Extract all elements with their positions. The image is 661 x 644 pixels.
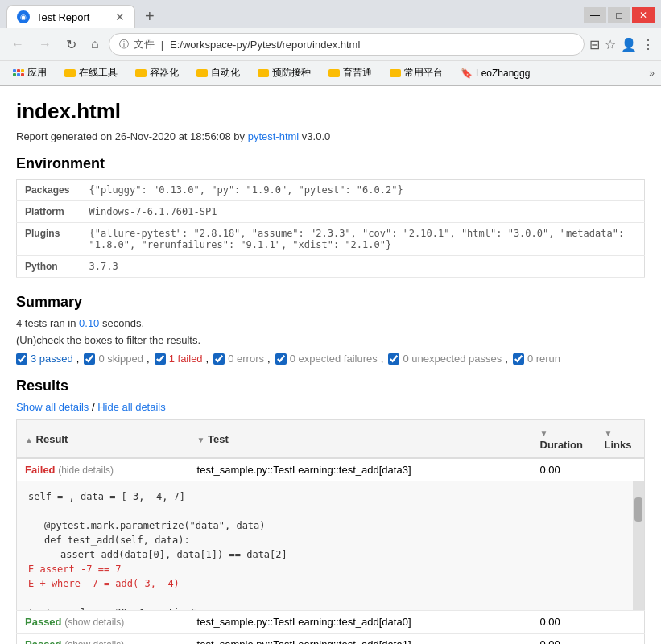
bookmark-hard-work[interactable]: 育苦通 bbox=[322, 64, 378, 81]
checkbox-xpassed[interactable] bbox=[388, 353, 399, 365]
detail-toggle-link[interactable]: (show details) bbox=[64, 617, 124, 628]
bookmark-leozhangg-label: LeoZhanggg bbox=[476, 68, 530, 79]
code-line: @pytest.mark.parametrize("data", data) bbox=[28, 518, 633, 533]
check-label-xfailed: 0 expected failures bbox=[290, 353, 378, 365]
table-row: Failed (hide details) test_sample.py::Te… bbox=[17, 458, 645, 481]
leozhangg-icon: 🔖 bbox=[461, 68, 473, 79]
tab-close-button[interactable]: ✕ bbox=[115, 10, 125, 23]
links-value bbox=[597, 458, 645, 481]
links-sort-icon: ▼ bbox=[605, 429, 613, 438]
filter-label: (Un)check the boxes to filter the result… bbox=[16, 334, 645, 346]
checkbox-failed[interactable] bbox=[155, 353, 166, 365]
checkbox-errors[interactable] bbox=[213, 353, 225, 365]
code-line: assert add(data[0], data[1]) == data[2] bbox=[28, 547, 633, 562]
test-col-label: Test bbox=[208, 433, 229, 445]
status-label: Passed bbox=[25, 616, 62, 628]
check-failed: 1 failed, bbox=[155, 353, 209, 365]
table-row: Passed (show details) test_sample.py::Te… bbox=[17, 611, 645, 634]
bookmark-folder-icon bbox=[64, 69, 76, 77]
check-label-rerun: 0 rerun bbox=[527, 353, 560, 365]
duration-value: 0.00 bbox=[532, 611, 597, 634]
close-button[interactable]: ✕ bbox=[632, 7, 655, 23]
translate-button[interactable]: ⊟ bbox=[589, 37, 600, 52]
bookmark-automation[interactable]: 自动化 bbox=[190, 64, 246, 81]
show-all-link[interactable]: Show all details bbox=[16, 401, 89, 413]
env-value: {"pluggy": "0.13.0", "py": "1.9.0", "pyt… bbox=[81, 180, 645, 201]
checkbox-rerun[interactable] bbox=[513, 353, 524, 365]
bookmark-hard-work-label: 育苦通 bbox=[343, 66, 372, 80]
duration-suffix: seconds. bbox=[99, 317, 144, 329]
scrollbar[interactable] bbox=[633, 481, 644, 610]
check-passed: 3 passed, bbox=[16, 353, 79, 365]
bookmark-vaccine[interactable]: 预防接种 bbox=[251, 64, 317, 81]
check-xpassed: 0 unexpected passes, bbox=[388, 353, 508, 365]
more-button[interactable]: ⋮ bbox=[642, 37, 655, 52]
profile-button[interactable]: 👤 bbox=[621, 37, 637, 52]
scroll-thumb bbox=[634, 497, 642, 522]
code-block: self = , data = [-3, -4, 7] @pytest.mark… bbox=[17, 481, 644, 610]
check-xfailed: 0 expected failures, bbox=[275, 353, 384, 365]
bookmark-folder-icon-5 bbox=[328, 69, 340, 77]
header-row: ▲ Result▼ Test▼ Duration▼ Links bbox=[17, 420, 645, 459]
env-key: Packages bbox=[17, 180, 81, 201]
minimize-button[interactable]: — bbox=[584, 7, 606, 23]
report-info: Report generated on 26-Nov-2020 at 18:56… bbox=[16, 130, 645, 142]
tab-title: Test Report bbox=[36, 11, 89, 23]
active-tab[interactable]: ◉ Test Report ✕ bbox=[6, 5, 135, 28]
result-sort-icon: ▲ bbox=[25, 436, 33, 444]
address-url: E:/workspace-py/Pytest/report/index.html bbox=[170, 39, 574, 51]
col-header-duration[interactable]: ▼ Duration bbox=[532, 420, 597, 459]
code-line: E + where -7 = add(-3, -4) bbox=[28, 576, 633, 591]
duration-value: 0.00 bbox=[532, 458, 597, 481]
tab-bar: ◉ Test Report ✕ + — □ ✕ bbox=[0, 0, 661, 28]
duration-sort-icon: ▼ bbox=[540, 429, 548, 438]
bookmark-common-platform[interactable]: 常用平台 bbox=[383, 64, 449, 81]
page-title: index.html bbox=[16, 99, 645, 124]
hide-all-link[interactable]: Hide all details bbox=[97, 401, 166, 413]
col-header-result[interactable]: ▲ Result bbox=[17, 420, 189, 459]
checkbox-skipped[interactable] bbox=[84, 353, 95, 365]
bookmark-button[interactable]: ☆ bbox=[605, 37, 616, 52]
col-header-links[interactable]: ▼ Links bbox=[597, 420, 645, 459]
check-label-errors: 0 errors bbox=[228, 353, 264, 365]
filter-checkboxes: 3 passed, 0 skipped, 1 failed, 0 errors,… bbox=[16, 353, 645, 365]
env-row: Python3.7.3 bbox=[17, 256, 645, 278]
bookmarks-bar: 应用 在线工具 容器化 自动化 预防接种 育苦通 常用平台 🔖 LeoZhan bbox=[0, 61, 661, 85]
results-table: ▲ Result▼ Test▼ Duration▼ Links Failed (… bbox=[16, 419, 645, 644]
env-key: Platform bbox=[17, 201, 81, 223]
env-value: {"allure-pytest": "2.8.18", "assume": "2… bbox=[81, 223, 645, 256]
code-line: self = , data = [-3, -4, 7] bbox=[28, 489, 633, 504]
address-bar[interactable]: ⓘ 文件 | E:/workspace-py/Pytest/report/ind… bbox=[109, 33, 585, 56]
status-label: Passed bbox=[25, 638, 62, 644]
detail-toggle-link[interactable]: (show details) bbox=[64, 639, 124, 644]
code-cell: self = , data = [-3, -4, 7] @pytest.mark… bbox=[17, 481, 645, 611]
test-name: test_sample.py::TestLearning::test_add[d… bbox=[189, 611, 532, 634]
result-col-label: Result bbox=[36, 433, 68, 445]
pytest-html-link[interactable]: pytest-html bbox=[248, 130, 300, 142]
forward-button[interactable]: → bbox=[34, 35, 56, 53]
home-button[interactable]: ⌂ bbox=[86, 35, 104, 53]
bookmark-leozhangg[interactable]: 🔖 LeoZhanggg bbox=[454, 66, 536, 80]
refresh-button[interactable]: ↻ bbox=[61, 35, 81, 54]
checkbox-xfailed[interactable] bbox=[275, 353, 287, 365]
code-line: def test_add(self, data): bbox=[28, 533, 633, 547]
bookmark-containerization[interactable]: 容器化 bbox=[129, 64, 185, 81]
new-tab-button[interactable]: + bbox=[138, 6, 161, 27]
bookmark-automation-label: 自动化 bbox=[211, 66, 240, 80]
code-line bbox=[28, 591, 633, 605]
bookmark-online-tools[interactable]: 在线工具 bbox=[58, 64, 124, 81]
checkbox-passed[interactable] bbox=[16, 353, 27, 365]
table-row: Passed (show details) test_sample.py::Te… bbox=[17, 634, 645, 645]
detail-toggle-link[interactable]: (hide details) bbox=[58, 464, 114, 476]
bookmark-containerization-label: 容器化 bbox=[150, 66, 179, 80]
col-header-test[interactable]: ▼ Test bbox=[189, 420, 532, 459]
pytest-version: v3.0.0 bbox=[299, 130, 330, 142]
maximize-button[interactable]: □ bbox=[608, 7, 630, 23]
bookmark-apps[interactable]: 应用 bbox=[6, 64, 53, 81]
bookmark-online-tools-label: 在线工具 bbox=[79, 66, 118, 80]
check-rerun: 0 rerun bbox=[513, 353, 560, 365]
summary-tests-ran: 4 tests ran in 0.10 seconds. bbox=[16, 317, 645, 329]
back-button[interactable]: ← bbox=[6, 35, 29, 53]
bookmark-folder-icon-4 bbox=[258, 69, 269, 77]
more-bookmarks-button[interactable]: » bbox=[649, 68, 655, 79]
